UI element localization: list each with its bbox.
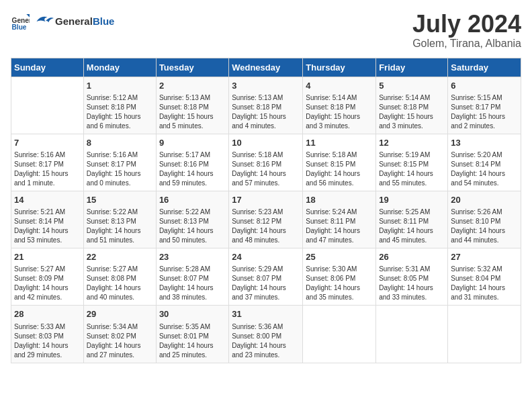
day-number: 27 <box>451 251 518 263</box>
calendar-cell <box>448 306 521 363</box>
day-info: Sunrise: 5:15 AMSunset: 8:17 PMDaylight:… <box>451 93 518 131</box>
calendar-cell: 27Sunrise: 5:32 AMSunset: 8:04 PMDayligh… <box>448 248 521 306</box>
day-info: Sunrise: 5:36 AMSunset: 8:00 PMDaylight:… <box>232 322 300 360</box>
calendar-cell: 21Sunrise: 5:27 AMSunset: 8:09 PMDayligh… <box>11 248 84 306</box>
day-number: 13 <box>451 137 518 149</box>
calendar-cell: 28Sunrise: 5:33 AMSunset: 8:03 PMDayligh… <box>11 306 84 363</box>
calendar-cell: 6Sunrise: 5:15 AMSunset: 8:17 PMDaylight… <box>448 77 521 134</box>
calendar-table: SundayMondayTuesdayWednesdayThursdayFrid… <box>11 58 521 363</box>
calendar-cell: 5Sunrise: 5:14 AMSunset: 8:18 PMDaylight… <box>376 77 448 134</box>
day-info: Sunrise: 5:31 AMSunset: 8:05 PMDaylight:… <box>379 265 445 302</box>
calendar-cell: 23Sunrise: 5:28 AMSunset: 8:07 PMDayligh… <box>156 248 228 306</box>
calendar-cell: 1Sunrise: 5:12 AMSunset: 8:18 PMDaylight… <box>83 77 156 134</box>
header-thursday: Thursday <box>303 58 376 77</box>
logo-bird-icon <box>32 11 54 32</box>
day-number: 25 <box>306 251 373 263</box>
header-wednesday: Wednesday <box>229 58 303 77</box>
logo-blue-text: Blue <box>93 15 115 27</box>
day-number: 31 <box>232 308 300 320</box>
calendar-cell: 4Sunrise: 5:14 AMSunset: 8:18 PMDaylight… <box>303 77 376 134</box>
day-number: 5 <box>379 80 445 92</box>
day-info: Sunrise: 5:34 AMSunset: 8:02 PMDaylight:… <box>87 322 153 360</box>
day-number: 19 <box>379 194 445 206</box>
day-number: 8 <box>87 137 153 149</box>
day-number: 14 <box>14 194 81 206</box>
day-info: Sunrise: 5:14 AMSunset: 8:18 PMDaylight:… <box>379 93 445 131</box>
calendar-cell: 17Sunrise: 5:23 AMSunset: 8:12 PMDayligh… <box>229 191 303 248</box>
day-info: Sunrise: 5:19 AMSunset: 8:15 PMDaylight:… <box>379 150 445 188</box>
calendar-cell: 20Sunrise: 5:26 AMSunset: 8:10 PMDayligh… <box>448 191 521 248</box>
calendar-cell <box>376 306 448 363</box>
day-number: 18 <box>306 194 373 206</box>
calendar-cell: 14Sunrise: 5:21 AMSunset: 8:14 PMDayligh… <box>11 191 84 248</box>
day-info: Sunrise: 5:28 AMSunset: 8:07 PMDaylight:… <box>159 265 226 302</box>
day-info: Sunrise: 5:22 AMSunset: 8:13 PMDaylight:… <box>87 208 153 245</box>
day-number: 9 <box>159 137 226 149</box>
day-info: Sunrise: 5:18 AMSunset: 8:15 PMDaylight:… <box>306 150 373 188</box>
day-number: 3 <box>232 80 300 92</box>
day-number: 20 <box>451 194 518 206</box>
day-info: Sunrise: 5:29 AMSunset: 8:07 PMDaylight:… <box>232 265 300 302</box>
calendar-cell: 24Sunrise: 5:29 AMSunset: 8:07 PMDayligh… <box>229 248 303 306</box>
day-number: 17 <box>232 194 300 206</box>
day-info: Sunrise: 5:12 AMSunset: 8:18 PMDaylight:… <box>87 93 153 131</box>
day-number: 22 <box>87 251 153 263</box>
day-number: 12 <box>379 137 445 149</box>
day-info: Sunrise: 5:20 AMSunset: 8:14 PMDaylight:… <box>451 150 518 188</box>
day-number: 15 <box>87 194 153 206</box>
day-number: 28 <box>14 308 81 320</box>
calendar-week-row: 1Sunrise: 5:12 AMSunset: 8:18 PMDaylight… <box>11 77 521 134</box>
calendar-cell: 8Sunrise: 5:16 AMSunset: 8:17 PMDaylight… <box>83 134 156 191</box>
calendar-week-row: 7Sunrise: 5:16 AMSunset: 8:17 PMDaylight… <box>11 134 521 191</box>
calendar-header-row: SundayMondayTuesdayWednesdayThursdayFrid… <box>11 58 521 77</box>
calendar-cell <box>11 77 84 134</box>
day-number: 6 <box>451 80 518 92</box>
day-number: 1 <box>87 80 153 92</box>
day-info: Sunrise: 5:16 AMSunset: 8:17 PMDaylight:… <box>87 150 153 188</box>
day-info: Sunrise: 5:32 AMSunset: 8:04 PMDaylight:… <box>451 265 518 302</box>
header-tuesday: Tuesday <box>156 58 228 77</box>
calendar-cell: 7Sunrise: 5:16 AMSunset: 8:17 PMDaylight… <box>11 134 84 191</box>
day-number: 26 <box>379 251 445 263</box>
day-info: Sunrise: 5:14 AMSunset: 8:18 PMDaylight:… <box>306 93 373 131</box>
day-info: Sunrise: 5:18 AMSunset: 8:16 PMDaylight:… <box>232 150 300 188</box>
day-number: 24 <box>232 251 300 263</box>
header-monday: Monday <box>83 58 156 77</box>
calendar-cell: 19Sunrise: 5:25 AMSunset: 8:11 PMDayligh… <box>376 191 448 248</box>
day-number: 11 <box>306 137 373 149</box>
day-info: Sunrise: 5:17 AMSunset: 8:16 PMDaylight:… <box>159 150 226 188</box>
day-info: Sunrise: 5:35 AMSunset: 8:01 PMDaylight:… <box>159 322 226 360</box>
day-number: 29 <box>87 308 153 320</box>
calendar-cell: 9Sunrise: 5:17 AMSunset: 8:16 PMDaylight… <box>156 134 228 191</box>
logo-icon: General Blue <box>11 12 30 31</box>
logo: General Blue GeneralBlue <box>11 11 114 32</box>
location-title: Golem, Tirana, Albania <box>412 38 521 50</box>
calendar-cell: 12Sunrise: 5:19 AMSunset: 8:15 PMDayligh… <box>376 134 448 191</box>
day-number: 10 <box>232 137 300 149</box>
day-number: 23 <box>159 251 226 263</box>
calendar-cell: 16Sunrise: 5:22 AMSunset: 8:13 PMDayligh… <box>156 191 228 248</box>
page-header: General Blue GeneralBlue July 2024 Golem… <box>11 11 521 50</box>
day-info: Sunrise: 5:27 AMSunset: 8:08 PMDaylight:… <box>87 265 153 302</box>
calendar-week-row: 28Sunrise: 5:33 AMSunset: 8:03 PMDayligh… <box>11 306 521 363</box>
day-info: Sunrise: 5:22 AMSunset: 8:13 PMDaylight:… <box>159 208 226 245</box>
calendar-cell: 15Sunrise: 5:22 AMSunset: 8:13 PMDayligh… <box>83 191 156 248</box>
calendar-cell: 18Sunrise: 5:24 AMSunset: 8:11 PMDayligh… <box>303 191 376 248</box>
day-info: Sunrise: 5:23 AMSunset: 8:12 PMDaylight:… <box>232 208 300 245</box>
day-number: 7 <box>14 137 81 149</box>
day-info: Sunrise: 5:13 AMSunset: 8:18 PMDaylight:… <box>232 93 300 131</box>
calendar-cell: 31Sunrise: 5:36 AMSunset: 8:00 PMDayligh… <box>229 306 303 363</box>
calendar-cell <box>303 306 376 363</box>
month-title: July 2024 <box>412 11 521 38</box>
day-info: Sunrise: 5:21 AMSunset: 8:14 PMDaylight:… <box>14 208 81 245</box>
day-info: Sunrise: 5:27 AMSunset: 8:09 PMDaylight:… <box>14 265 81 302</box>
day-number: 2 <box>159 80 226 92</box>
calendar-cell: 26Sunrise: 5:31 AMSunset: 8:05 PMDayligh… <box>376 248 448 306</box>
calendar-cell: 29Sunrise: 5:34 AMSunset: 8:02 PMDayligh… <box>83 306 156 363</box>
day-info: Sunrise: 5:25 AMSunset: 8:11 PMDaylight:… <box>379 208 445 245</box>
calendar-cell: 22Sunrise: 5:27 AMSunset: 8:08 PMDayligh… <box>83 248 156 306</box>
calendar-cell: 11Sunrise: 5:18 AMSunset: 8:15 PMDayligh… <box>303 134 376 191</box>
header-sunday: Sunday <box>11 58 84 77</box>
day-info: Sunrise: 5:26 AMSunset: 8:10 PMDaylight:… <box>451 208 518 245</box>
header-saturday: Saturday <box>448 58 521 77</box>
